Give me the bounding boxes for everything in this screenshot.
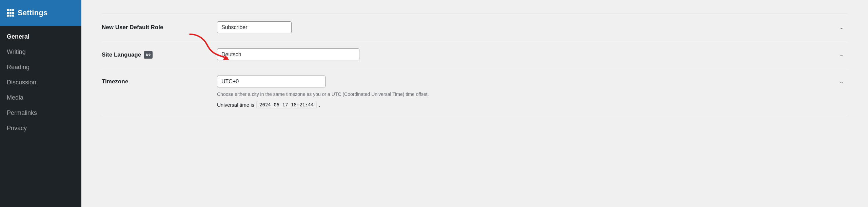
wordpress-icon <box>7 9 14 17</box>
universal-time-label: Universal time is <box>217 102 254 108</box>
sidebar-item-writing[interactable]: Writing <box>0 44 81 60</box>
sidebar-item-privacy[interactable]: Privacy <box>0 121 81 136</box>
new-user-default-role-row: New User Default Role Subscriber Contrib… <box>102 14 848 41</box>
chevron-down-icon: ⌄ <box>840 25 844 30</box>
sidebar-title: Settings <box>18 8 47 17</box>
settings-table: New User Default Role Subscriber Contrib… <box>102 14 848 116</box>
universal-time-row: Universal time is 2024-06-17 18:21:44 . <box>217 101 848 108</box>
new-user-default-role-control: Subscriber Contributor Author Editor Adm… <box>217 21 848 33</box>
sidebar-item-permalinks[interactable]: Permalinks <box>0 105 81 121</box>
universal-time-value: 2024-06-17 18:21:44 <box>256 101 317 108</box>
sidebar-item-general[interactable]: General <box>0 29 81 44</box>
sidebar-header: Settings <box>0 0 81 26</box>
new-user-default-role-select[interactable]: Subscriber Contributor Author Editor Adm… <box>217 21 292 33</box>
sidebar-item-media[interactable]: Media <box>0 90 81 105</box>
new-user-default-role-label: New User Default Role <box>102 21 217 31</box>
sidebar-item-discussion[interactable]: Discussion <box>0 75 81 90</box>
timezone-select-wrapper: UTC+0 UTC+1 UTC+2 UTC-5 UTC-8 ⌄ <box>217 76 848 87</box>
site-language-select-wrapper: Deutsch English (United States) Français… <box>217 48 848 60</box>
chevron-down-icon: ⌄ <box>840 79 844 84</box>
site-language-label: Site Language A文 <box>102 48 217 59</box>
universal-time-suffix: . <box>319 102 320 108</box>
timezone-select[interactable]: UTC+0 UTC+1 UTC+2 UTC-5 UTC-8 <box>217 76 326 87</box>
new-user-default-role-select-wrapper: Subscriber Contributor Author Editor Adm… <box>217 21 848 33</box>
timezone-control: UTC+0 UTC+1 UTC+2 UTC-5 UTC-8 ⌄ Choose e… <box>217 76 848 108</box>
timezone-row: Timezone UTC+0 UTC+1 UTC+2 UTC-5 UTC-8 ⌄… <box>102 68 848 116</box>
sidebar-item-reading[interactable]: Reading <box>0 60 81 75</box>
site-language-row: Site Language A文 Deutsch English (United… <box>102 41 848 68</box>
site-language-select[interactable]: Deutsch English (United States) Français… <box>217 48 359 60</box>
main-content: New User Default Role Subscriber Contrib… <box>81 0 868 207</box>
sidebar-nav: General Writing Reading Discussion Media… <box>0 26 81 139</box>
timezone-help-text: Choose either a city in the same timezon… <box>217 91 454 97</box>
language-icon: A文 <box>144 51 153 59</box>
timezone-label: Timezone <box>102 76 217 85</box>
chevron-down-icon: ⌄ <box>840 52 844 57</box>
sidebar: Settings General Writing Reading Discuss… <box>0 0 81 207</box>
site-language-control: Deutsch English (United States) Français… <box>217 48 848 60</box>
